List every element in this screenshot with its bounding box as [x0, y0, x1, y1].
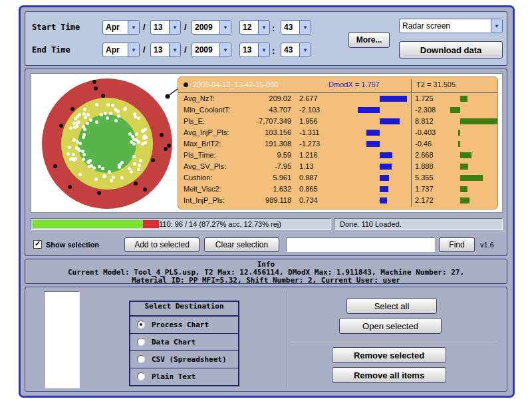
accepted-point[interactable] — [78, 173, 82, 176]
accepted-point[interactable] — [137, 116, 140, 120]
accepted-point[interactable] — [103, 174, 106, 178]
accepted-point[interactable] — [78, 149, 81, 152]
rejected-point[interactable] — [151, 158, 155, 162]
destination-radio[interactable] — [137, 355, 145, 363]
accepted-point[interactable] — [112, 176, 115, 179]
destination-option[interactable]: Process Chart — [130, 317, 238, 334]
accepted-point[interactable] — [104, 112, 107, 115]
start-year-select[interactable]: 2009 — [192, 20, 231, 35]
start-month-select[interactable]: Apr — [102, 20, 140, 35]
find-button[interactable]: Find — [439, 237, 475, 252]
rejected-point[interactable] — [134, 182, 138, 186]
end-minute-select[interactable]: 43 — [281, 43, 311, 57]
accepted-point[interactable] — [139, 159, 142, 162]
accepted-point[interactable] — [72, 153, 75, 156]
rejected-point[interactable] — [143, 188, 147, 192]
destination-option[interactable]: Data Chart — [130, 334, 238, 351]
accepted-point[interactable] — [110, 179, 113, 182]
add-to-selected-button[interactable]: Add to selected — [124, 237, 200, 252]
show-selection-checkbox[interactable] — [33, 240, 42, 249]
accepted-point[interactable] — [77, 120, 80, 124]
accepted-point[interactable] — [76, 115, 79, 118]
accepted-point[interactable] — [101, 167, 104, 170]
remove-all-items-button[interactable]: Remove all items — [332, 367, 446, 383]
clear-selection-button[interactable]: Clear selection — [204, 237, 279, 252]
accepted-point[interactable] — [74, 157, 77, 160]
rejected-point[interactable] — [167, 144, 171, 148]
destination-option[interactable]: Plain Text — [130, 368, 238, 385]
accepted-point[interactable] — [111, 104, 114, 107]
chevron-down-icon[interactable] — [491, 19, 502, 33]
destination-option[interactable]: CSV (Spreadsheet) — [130, 351, 238, 368]
accepted-point[interactable] — [132, 138, 136, 141]
accepted-point[interactable] — [141, 142, 144, 146]
end-hour-select[interactable]: 13 — [239, 43, 270, 57]
accepted-point[interactable] — [135, 132, 138, 136]
chevron-down-icon[interactable] — [258, 21, 269, 34]
accepted-point[interactable] — [95, 103, 98, 106]
accepted-point[interactable] — [69, 126, 72, 130]
accepted-point[interactable] — [114, 119, 118, 122]
accepted-point[interactable] — [82, 153, 86, 156]
accepted-point[interactable] — [84, 116, 87, 119]
selected-items-listbox[interactable] — [44, 291, 80, 388]
accepted-point[interactable] — [132, 142, 136, 146]
accepted-point[interactable] — [92, 166, 96, 170]
rejected-point[interactable] — [70, 107, 74, 111]
rejected-point[interactable] — [94, 86, 98, 90]
chevron-down-icon[interactable] — [299, 43, 311, 57]
accepted-point[interactable] — [66, 152, 70, 156]
rejected-point[interactable] — [92, 80, 96, 84]
accepted-point[interactable] — [86, 122, 89, 125]
chevron-down-icon[interactable] — [169, 21, 180, 34]
accepted-point[interactable] — [82, 133, 86, 136]
accepted-point[interactable] — [130, 170, 133, 174]
start-day-select[interactable]: 13 — [150, 20, 181, 35]
chevron-down-icon[interactable] — [128, 43, 139, 57]
rejected-point[interactable] — [59, 124, 63, 128]
start-minute-select[interactable]: 43 — [281, 20, 311, 35]
accepted-point[interactable] — [137, 140, 140, 144]
accepted-point[interactable] — [132, 155, 136, 158]
accepted-point[interactable] — [143, 134, 146, 138]
more-button[interactable]: More... — [348, 32, 390, 48]
chevron-down-icon[interactable] — [169, 43, 180, 57]
accepted-point[interactable] — [128, 167, 131, 170]
select-all-button[interactable]: Select all — [346, 298, 437, 314]
accepted-point[interactable] — [88, 165, 91, 168]
download-data-button[interactable]: Download data — [399, 41, 503, 59]
accepted-point[interactable] — [118, 166, 121, 169]
accepted-point[interactable] — [120, 176, 124, 180]
chevron-down-icon[interactable] — [219, 43, 231, 57]
rejected-point[interactable] — [164, 147, 168, 151]
accepted-point[interactable] — [75, 124, 78, 128]
open-selected-button[interactable]: Open selected — [339, 318, 442, 334]
accepted-point[interactable] — [94, 178, 98, 181]
rejected-point[interactable] — [68, 185, 72, 189]
rejected-point[interactable] — [160, 133, 164, 137]
remove-selected-button[interactable]: Remove selected — [332, 347, 446, 363]
destination-radio[interactable] — [137, 372, 145, 380]
rejected-point[interactable] — [97, 191, 101, 195]
accepted-point[interactable] — [138, 164, 141, 167]
view-select[interactable]: Radar screen — [399, 19, 503, 33]
destination-radio[interactable] — [137, 338, 145, 346]
accepted-point[interactable] — [109, 112, 112, 115]
accepted-point[interactable] — [117, 114, 120, 118]
accepted-point[interactable] — [82, 158, 85, 161]
accepted-point[interactable] — [82, 112, 86, 116]
accepted-point[interactable] — [108, 170, 111, 174]
end-year-select[interactable]: 2009 — [192, 43, 231, 57]
accepted-point[interactable] — [100, 113, 103, 116]
chevron-down-icon[interactable] — [128, 21, 139, 34]
accepted-point[interactable] — [137, 168, 140, 171]
end-month-select[interactable]: Apr — [102, 43, 140, 57]
accepted-point[interactable] — [144, 128, 147, 131]
chevron-down-icon[interactable] — [219, 21, 231, 34]
end-day-select[interactable]: 13 — [150, 43, 181, 57]
chevron-down-icon[interactable] — [299, 21, 311, 34]
accepted-point[interactable] — [78, 142, 82, 145]
accepted-point[interactable] — [95, 120, 98, 124]
accepted-point[interactable] — [68, 146, 71, 149]
destination-radio[interactable] — [137, 321, 145, 329]
